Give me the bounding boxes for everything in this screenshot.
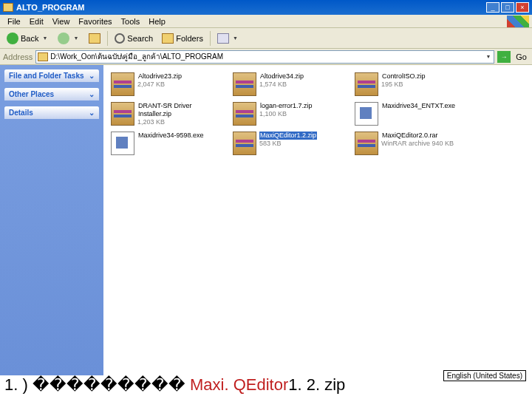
places-title: Other Places (9, 90, 54, 98)
file-meta: 1,574 KB (259, 81, 344, 89)
file-name: Altodrive23.zip (137, 72, 183, 81)
menu-edit[interactable]: Edit (25, 17, 48, 26)
tasks-title: File and Folder Tasks (9, 72, 84, 80)
archive-icon (233, 132, 256, 155)
file-item[interactable]: ControlISO.zip195 KB (353, 71, 468, 98)
folders-button[interactable]: Folders (158, 31, 207, 46)
collapse-icon: ⌄ (89, 72, 95, 80)
forward-icon (58, 33, 69, 44)
separator (210, 31, 211, 46)
menu-favorites[interactable]: Favorites (74, 17, 116, 26)
search-icon (115, 33, 125, 44)
tasks-header[interactable]: File and Folder Tasks ⌄ (4, 69, 99, 82)
places-header[interactable]: Other Places ⌄ (4, 88, 99, 100)
file-info: Maxidrive34_ENTXT.exe (381, 102, 466, 110)
details-title: Details (9, 109, 33, 117)
archive-icon (111, 102, 134, 126)
menu-view[interactable]: View (48, 17, 75, 26)
language-indicator[interactable]: English (United States) (443, 370, 526, 381)
chevron-down-icon[interactable]: ▼ (484, 54, 492, 59)
menu-file[interactable]: File (3, 17, 25, 26)
file-list[interactable]: Altodrive23.zip2,047 KBAltodrive34.zip1,… (103, 65, 532, 375)
minimize-button[interactable]: _ (486, 2, 499, 13)
search-button[interactable]: Search (111, 31, 157, 46)
file-name: ControlISO.zip (381, 72, 426, 81)
search-label: Search (127, 34, 153, 43)
file-meta: 1,100 KB (259, 110, 344, 118)
caption-prefix: 1. ) ��������� (4, 375, 185, 394)
details-header[interactable]: Details ⌄ (4, 106, 99, 119)
file-name: Maxidrive34_ENTXT.exe (381, 102, 456, 110)
menu-tools[interactable]: Tools (117, 17, 145, 26)
file-name: Altodrive34.zip (259, 72, 304, 81)
file-item[interactable]: Maxidrive34-9598.exe (109, 130, 224, 157)
archive-icon (355, 72, 378, 96)
file-item[interactable]: DRANT-SR Driver Installer.zip1,203 KB (109, 100, 224, 127)
file-name: DRANT-SR Driver Installer.zip (137, 102, 222, 118)
file-info: logan-error1.7.zip1,100 KB (259, 102, 344, 118)
slide-caption: 1. ) ��������� Maxi. QEditor1. 2. zip (4, 375, 345, 395)
address-input[interactable]: D:\Work_Oon\ต้นฉบับ\คู่มือ_ลูกค้า\ALTO_P… (35, 50, 494, 64)
folder-icon (3, 3, 13, 12)
file-meta: 2,047 KB (137, 81, 222, 89)
file-meta: 1,203 KB (137, 118, 222, 126)
address-path: D:\Work_Oon\ต้นฉบับ\คู่มือ_ลูกค้า\ALTO_P… (50, 51, 484, 62)
back-button[interactable]: Back ▼ (3, 30, 52, 47)
file-info: Maxidrive34-9598.exe (137, 132, 222, 140)
go-label: Go (514, 52, 529, 61)
file-item[interactable]: Altodrive23.zip2,047 KB (109, 71, 224, 98)
caption-suffix: 1. 2. zip (288, 375, 345, 394)
file-name: logan-error1.7.zip (259, 102, 313, 110)
archive-icon (355, 132, 378, 155)
collapse-icon: ⌄ (89, 90, 95, 98)
close-button[interactable]: × (516, 2, 529, 13)
views-icon (217, 33, 229, 44)
archive-icon (233, 72, 256, 96)
address-label: Address (3, 52, 33, 61)
back-label: Back (21, 34, 38, 43)
go-button[interactable]: → (497, 51, 511, 63)
sidebar: File and Folder Tasks ⌄ Other Places ⌄ D… (0, 65, 103, 375)
file-info: MaxiQEditor2.0.rarWinRAR archive 940 KB (381, 132, 466, 148)
file-meta: 583 KB (259, 140, 344, 148)
chevron-down-icon: ▼ (72, 35, 80, 41)
forward-button[interactable]: ▼ (54, 30, 83, 47)
places-panel: Other Places ⌄ (4, 88, 99, 100)
menu-bar: File Edit View Favorites Tools Help (0, 15, 532, 28)
archive-icon (111, 72, 134, 96)
executable-icon (111, 132, 134, 155)
file-info: Altodrive23.zip2,047 KB (137, 72, 222, 89)
separator (107, 31, 108, 46)
file-item[interactable]: Altodrive34.zip1,574 KB (231, 71, 346, 98)
menu-help[interactable]: Help (144, 17, 170, 26)
views-button[interactable]: ▼ (214, 31, 243, 46)
title-bar: ALTO_PROGRAM _ □ × (0, 0, 532, 15)
collapse-icon: ⌄ (89, 109, 95, 117)
windows-logo-icon (507, 16, 529, 27)
file-meta: WinRAR archive 940 KB (381, 140, 466, 148)
address-bar: Address D:\Work_Oon\ต้นฉบับ\คู่มือ_ลูกค้… (0, 49, 532, 65)
archive-icon (233, 102, 256, 126)
file-item[interactable]: Maxidrive34_ENTXT.exe (353, 100, 468, 127)
toolbar: Back ▼ ▼ Search Folders ▼ (0, 28, 532, 49)
file-info: ControlISO.zip195 KB (381, 72, 466, 89)
file-info: DRANT-SR Driver Installer.zip1,203 KB (137, 102, 222, 126)
file-name: MaxiQEditor1.2.zip (259, 132, 317, 140)
up-button[interactable] (85, 31, 104, 46)
file-name: Maxidrive34-9598.exe (137, 132, 205, 140)
folders-icon (162, 33, 174, 44)
folder-icon (38, 52, 48, 61)
tasks-panel: File and Folder Tasks ⌄ (4, 69, 99, 82)
file-item[interactable]: MaxiQEditor1.2.zip583 KB (231, 130, 346, 157)
maximize-button[interactable]: □ (501, 2, 514, 13)
window-title: ALTO_PROGRAM (16, 3, 486, 12)
file-info: Altodrive34.zip1,574 KB (259, 72, 344, 89)
caption-filename: Maxi. QEditor (185, 375, 288, 394)
file-item[interactable]: MaxiQEditor2.0.rarWinRAR archive 940 KB (353, 130, 468, 157)
folders-label: Folders (176, 34, 203, 43)
file-item[interactable]: logan-error1.7.zip1,100 KB (231, 100, 346, 127)
details-panel: Details ⌄ (4, 106, 99, 119)
chevron-down-icon: ▼ (231, 35, 239, 41)
back-icon (7, 33, 18, 44)
file-name: MaxiQEditor2.0.rar (381, 132, 439, 140)
